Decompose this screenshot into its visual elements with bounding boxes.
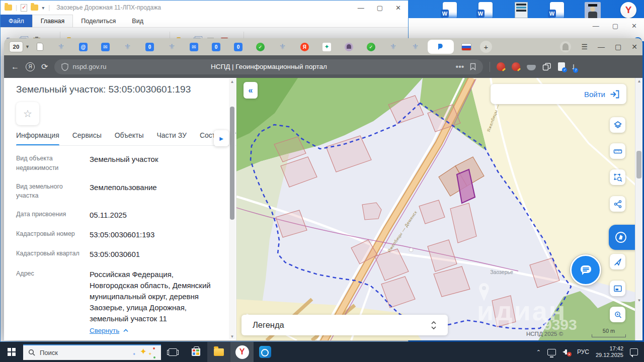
network-icon[interactable] [547, 349, 556, 355]
favorite-star-button[interactable]: ☆ [16, 102, 39, 125]
properties-icon[interactable] [21, 4, 27, 12]
back-icon[interactable]: ← [11, 62, 19, 71]
yandex-home-icon[interactable]: Я [26, 62, 35, 71]
collapse-panel-button[interactable]: « [244, 82, 258, 99]
chevron-down-icon[interactable]: ▼ [25, 44, 30, 49]
zero-tab[interactable]: 0 [212, 43, 220, 51]
zero-tab[interactable]: 0 [234, 43, 243, 51]
measure-button[interactable] [610, 143, 625, 159]
file-explorer-button[interactable] [207, 342, 230, 362]
hidden-icons-chevron[interactable]: ⌃ [536, 349, 541, 355]
store-button[interactable] [184, 342, 207, 362]
bookmark-icon[interactable] [470, 63, 476, 70]
minimize-icon[interactable]: — [598, 43, 605, 51]
maximize-icon[interactable]: ▢ [612, 22, 618, 30]
tabs-copy-icon[interactable] [542, 63, 551, 71]
mail-at-tab[interactable]: @ [79, 43, 88, 51]
menu-icon[interactable]: ☰ [581, 43, 588, 51]
minimize-icon[interactable]: — [593, 22, 599, 30]
maximize-icon[interactable]: ▢ [377, 4, 383, 12]
zero-tab[interactable]: 0 [145, 43, 154, 51]
extension-icon[interactable] [497, 62, 505, 71]
new-tab-button[interactable]: + [480, 41, 492, 53]
scroll-up-icon[interactable]: ▲ [229, 79, 235, 84]
emblem-tab[interactable]: ⚜ [123, 43, 132, 51]
tab-share[interactable]: Поделиться [73, 15, 124, 27]
emblem-tab[interactable]: ⚜ [57, 43, 65, 51]
extension-icon[interactable] [512, 62, 520, 71]
locate-button[interactable] [610, 254, 625, 269]
reload-icon[interactable]: ⟳ [41, 62, 48, 71]
panel-scrollbar[interactable]: ▲ ▼ [229, 79, 235, 339]
quick-access-customize-icon[interactable]: ▾ [42, 5, 45, 11]
tab-information[interactable]: Информация [16, 131, 59, 139]
tab-services[interactable]: Сервисы [72, 131, 102, 139]
tab-counter[interactable]: 20 ▼ [9, 41, 30, 52]
picture-file-icon[interactable] [513, 2, 530, 19]
task-view-button[interactable] [161, 342, 184, 362]
emblem-tab[interactable]: ⚜ [411, 43, 420, 51]
word-document-icon[interactable]: W [548, 2, 566, 19]
mail-tab[interactable]: ✉ [101, 43, 110, 51]
language-indicator[interactable]: РУС [577, 348, 589, 355]
photo-file-icon[interactable] [584, 2, 601, 19]
russia-flag-tab[interactable] [462, 44, 471, 50]
sber-tab[interactable]: ✓ [256, 43, 265, 51]
protect-check-icon[interactable]: ✓ [558, 62, 565, 71]
url-field[interactable]: nspd.gov.ru НСПД | Геоинформационный пор… [54, 59, 483, 74]
emblem-tab[interactable]: ⚜ [278, 43, 287, 51]
browser-profile-avatar[interactable] [560, 41, 571, 52]
scroll-down-icon[interactable]: ▼ [229, 334, 235, 339]
scrollbar-thumb[interactable] [230, 107, 234, 220]
tab-parts[interactable]: Части ЗУ [156, 131, 186, 139]
scroll-up-icon[interactable]: ▲ [635, 79, 642, 83]
more-icon[interactable]: ••• [456, 62, 464, 71]
tabs-scroll-right-button[interactable]: ▶ [214, 130, 229, 146]
yandex-browser-shortcut-icon[interactable]: Y [620, 2, 637, 19]
scroll-down-icon[interactable]: ▼ [635, 298, 642, 303]
word-document-icon[interactable]: W [477, 2, 494, 19]
sber-tab[interactable]: ✓ [367, 43, 375, 51]
search-location-button[interactable] [610, 307, 625, 322]
expand-collapse-icon[interactable] [431, 320, 437, 330]
scrollbar-thumb[interactable] [636, 151, 641, 178]
avatar-tab[interactable] [345, 43, 353, 51]
outlook-button[interactable] [254, 342, 277, 362]
notification-center-icon[interactable] [630, 348, 638, 355]
active-tab-nspd[interactable] [428, 40, 454, 54]
emblem-tab[interactable]: ⚜ [168, 43, 176, 51]
page-scrollbar[interactable]: ▲ ▼ [635, 78, 642, 340]
taskbar-search[interactable]: Поиск ✦✦✦ [23, 344, 161, 360]
start-button[interactable] [0, 342, 23, 362]
clock[interactable]: 17:42 29.12.2025 [596, 345, 623, 358]
document-tab[interactable] [37, 43, 43, 51]
mail-tab[interactable]: ✉ [190, 43, 198, 51]
legend-bar[interactable]: Легенда [242, 315, 448, 335]
emblem-tab[interactable]: ⚜ [389, 43, 397, 51]
downloads-icon[interactable]: ⭣7 [572, 62, 575, 71]
area-select-button[interactable] [610, 169, 625, 185]
minimap-button[interactable] [610, 281, 625, 296]
close-icon[interactable]: ✕ [631, 43, 637, 51]
incognito-icon[interactable] [527, 65, 536, 70]
tab-objects[interactable]: Объекты [115, 131, 144, 139]
close-icon[interactable]: ✕ [631, 22, 637, 30]
maximize-icon[interactable]: ▢ [615, 43, 621, 51]
folder-icon[interactable] [5, 5, 12, 11]
collapse-address-link[interactable]: Свернуть [90, 327, 236, 334]
tab-file[interactable]: Файл [1, 15, 32, 27]
cadastral-map[interactable]: Заозерье Яжелбицы — Демянск Яжелбицы — Д… [236, 78, 642, 340]
tab-home[interactable]: Главная [32, 15, 73, 27]
tab-view[interactable]: Вид [124, 15, 151, 27]
new-folder-icon[interactable] [31, 5, 38, 11]
login-bar[interactable]: Войти [491, 84, 626, 104]
2gis-tab[interactable]: ✦ [323, 43, 331, 51]
word-document-icon[interactable]: W [441, 2, 458, 19]
volume-muted-icon[interactable]: ✕ [562, 348, 571, 355]
share-button[interactable] [610, 196, 625, 212]
chat-button[interactable] [570, 254, 601, 286]
close-icon[interactable]: ✕ [395, 4, 401, 12]
minimize-icon[interactable]: — [358, 4, 364, 12]
layers-button[interactable] [610, 117, 625, 133]
yandex-browser-button[interactable]: Y [230, 342, 254, 362]
